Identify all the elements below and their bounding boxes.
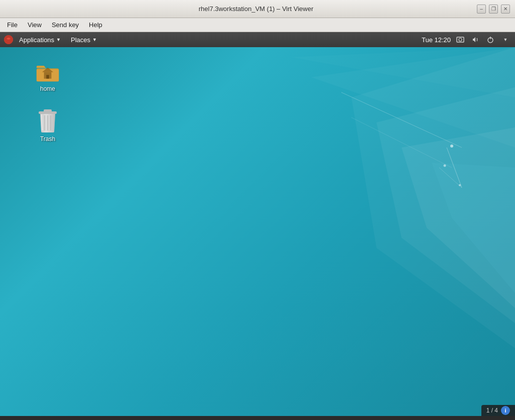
places-menu[interactable]: Places ▼ [67, 35, 101, 45]
window-controls: – ❐ ✕ [477, 5, 510, 14]
applications-arrow: ▼ [56, 37, 61, 42]
status-bar: 1 / 4 i [481, 405, 515, 416]
info-button[interactable]: i [501, 406, 510, 415]
places-arrow: ▼ [92, 37, 97, 42]
panel-left: Applications ▼ Places ▼ [4, 35, 101, 45]
svg-point-14 [444, 165, 446, 167]
svg-rect-21 [46, 75, 49, 78]
power-icon[interactable] [485, 34, 496, 45]
svg-marker-8 [432, 163, 515, 293]
menu-arrow-icon[interactable]: ▼ [500, 34, 511, 45]
svg-line-12 [439, 168, 462, 188]
svg-marker-6 [376, 87, 515, 323]
applications-menu[interactable]: Applications ▼ [15, 35, 65, 45]
desktop-decoration [0, 47, 515, 416]
trash-image [36, 109, 60, 133]
datetime-display: Tue 12:20 [422, 36, 451, 44]
trash-icon[interactable]: Trash [28, 107, 68, 145]
svg-line-11 [447, 148, 462, 188]
menu-file[interactable]: File [3, 20, 22, 30]
applications-label: Applications [19, 36, 54, 44]
svg-line-10 [351, 117, 452, 168]
minimize-button[interactable]: – [477, 5, 486, 14]
window-title: rhel7.3workstation_VM (1) – Virt Viewer [35, 5, 477, 13]
svg-rect-23 [44, 109, 52, 112]
home-folder-image [36, 59, 60, 83]
panel-right: Tue 12:20 ▼ [422, 34, 511, 45]
rhel-logo [4, 35, 13, 44]
places-label: Places [71, 36, 90, 44]
maximize-button[interactable]: ❐ [489, 5, 498, 14]
menu-sendkey[interactable]: Send key [48, 20, 83, 30]
svg-marker-7 [402, 127, 515, 308]
menu-bar: File View Send key Help [0, 18, 515, 32]
trash-label: Trash [40, 135, 55, 143]
title-bar: rhel7.3workstation_VM (1) – Virt Viewer … [0, 0, 515, 18]
close-button[interactable]: ✕ [501, 5, 510, 14]
svg-point-13 [450, 145, 453, 148]
desktop: home [0, 47, 515, 416]
menu-view[interactable]: View [24, 20, 46, 30]
gnome-panel: Applications ▼ Places ▼ Tue 12:20 [0, 32, 515, 47]
page-indicator: 1 / 4 [486, 407, 498, 414]
svg-point-15 [459, 184, 461, 186]
svg-point-2 [459, 38, 462, 41]
vm-window: Applications ▼ Places ▼ Tue 12:20 [0, 32, 515, 416]
home-folder-icon[interactable]: home [28, 57, 68, 94]
home-folder-label: home [40, 85, 55, 92]
volume-icon[interactable] [470, 34, 481, 45]
svg-line-9 [341, 92, 462, 148]
menu-help[interactable]: Help [85, 20, 106, 30]
svg-marker-5 [351, 47, 515, 348]
screenshot-icon[interactable] [455, 34, 466, 45]
